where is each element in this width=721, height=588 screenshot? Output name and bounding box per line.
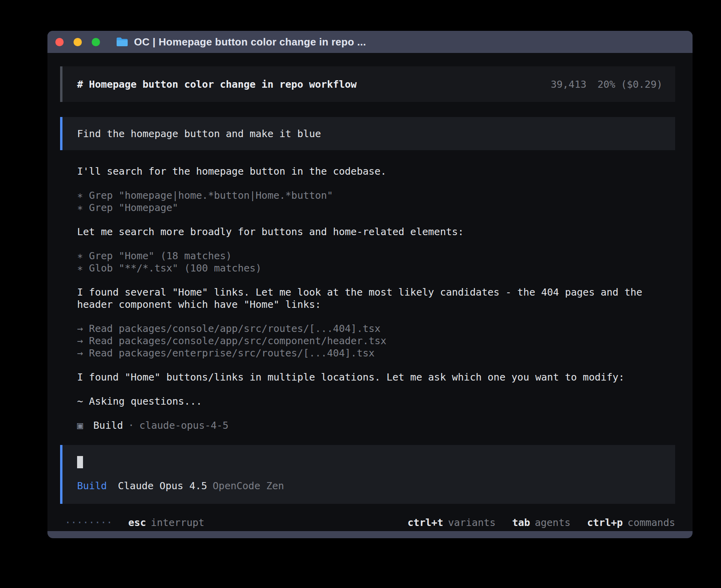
tool-call-glob: ∗ Glob "**/*.tsx" (100 matches) [77, 262, 675, 274]
footer-left: ········ escinterrupt [65, 516, 204, 529]
close-window-button[interactable] [55, 38, 64, 46]
tool-call-read: → Read packages/enterprise/src/routes/[.… [77, 347, 675, 359]
footer-shortcuts: ctrl+tvariants tabagents ctrl+pcommands [408, 516, 675, 529]
agent-status-line: ▣Build·claude-opus-4-5 [77, 419, 675, 432]
user-message-text: Find the homepage button and make it blu… [77, 128, 321, 140]
desktop-background: OC | Homepage button color change in rep… [0, 0, 721, 588]
status-footer: ········ escinterrupt ctrl+tvariants tab… [60, 516, 675, 529]
window-title: OC | Homepage button color change in rep… [134, 36, 366, 48]
agent-icon: ▣ [77, 420, 83, 431]
token-count: 39,413 [551, 79, 586, 90]
tool-call-read: → Read packages/console/app/src/componen… [77, 335, 675, 347]
session-title: # Homepage button color change in repo w… [77, 78, 357, 90]
shortcut-key: ctrl+p [587, 517, 623, 528]
user-message: Find the homepage button and make it blu… [60, 117, 675, 150]
folder-icon [116, 37, 128, 47]
mode-label: Build [77, 480, 107, 492]
tool-call-group: → Read packages/console/app/src/routes/[… [77, 322, 675, 359]
shortcut-label: agents [535, 517, 570, 528]
input-status-bar: BuildClaude Opus 4.5OpenCode Zen [77, 480, 662, 492]
separator-dot: · [128, 420, 134, 431]
tool-call-grep: ∗ Grep "homepage|home.*button|Home.*butt… [77, 189, 675, 202]
session-cost: ($0.29) [621, 79, 662, 90]
shortcut-commands: ctrl+pcommands [587, 516, 675, 529]
terminal-content: # Homepage button color change in repo w… [47, 53, 693, 531]
terminal-window: OC | Homepage button color change in rep… [47, 31, 693, 538]
esc-key: esc [128, 517, 146, 528]
minimize-window-button[interactable] [74, 38, 82, 46]
session-stats: 39,41320%($0.29) [551, 78, 662, 90]
shortcut-variants: ctrl+tvariants [408, 516, 496, 529]
tool-call-grep: ∗ Grep "Home" (18 matches) [77, 250, 675, 262]
conversation: I'll search for the homepage button in t… [60, 165, 675, 432]
tool-call-group: ∗ Grep "homepage|home.*button|Home.*butt… [77, 189, 675, 214]
agent-model: claude-opus-4-5 [139, 420, 228, 431]
assistant-text: Let me search more broadly for buttons a… [77, 226, 675, 238]
provider-name: OpenCode Zen [213, 480, 284, 492]
shortcut-agents: tabagents [512, 516, 570, 529]
assistant-text: I found several "Home" links. Let me loo… [77, 286, 675, 311]
shortcut-key: tab [512, 517, 530, 528]
context-percent: 20% [597, 79, 615, 90]
shortcut-label: variants [448, 517, 495, 528]
shortcut-interrupt: escinterrupt [128, 516, 204, 529]
text-cursor [77, 456, 83, 468]
esc-label: interrupt [151, 517, 204, 528]
shortcut-key: ctrl+t [408, 517, 443, 528]
model-name: Claude Opus 4.5 [118, 480, 207, 492]
titlebar[interactable]: OC | Homepage button color change in rep… [47, 31, 693, 53]
assistant-status-text: ~ Asking questions... [77, 395, 675, 407]
tool-call-grep: ∗ Grep "Homepage" [77, 202, 675, 214]
spinner-icon: ········ [65, 516, 112, 529]
zoom-window-button[interactable] [92, 38, 100, 46]
window-controls [55, 38, 100, 46]
tool-call-group: ∗ Grep "Home" (18 matches) ∗ Glob "**/*.… [77, 250, 675, 274]
shortcut-label: commands [628, 517, 675, 528]
assistant-text: I'll search for the homepage button in t… [77, 165, 675, 177]
agent-name: Build [93, 420, 123, 431]
session-header: # Homepage button color change in repo w… [60, 66, 675, 102]
tool-call-read: → Read packages/console/app/src/routes/[… [77, 322, 675, 335]
assistant-text: I found "Home" buttons/links in multiple… [77, 371, 675, 383]
prompt-input[interactable]: BuildClaude Opus 4.5OpenCode Zen [60, 445, 675, 504]
